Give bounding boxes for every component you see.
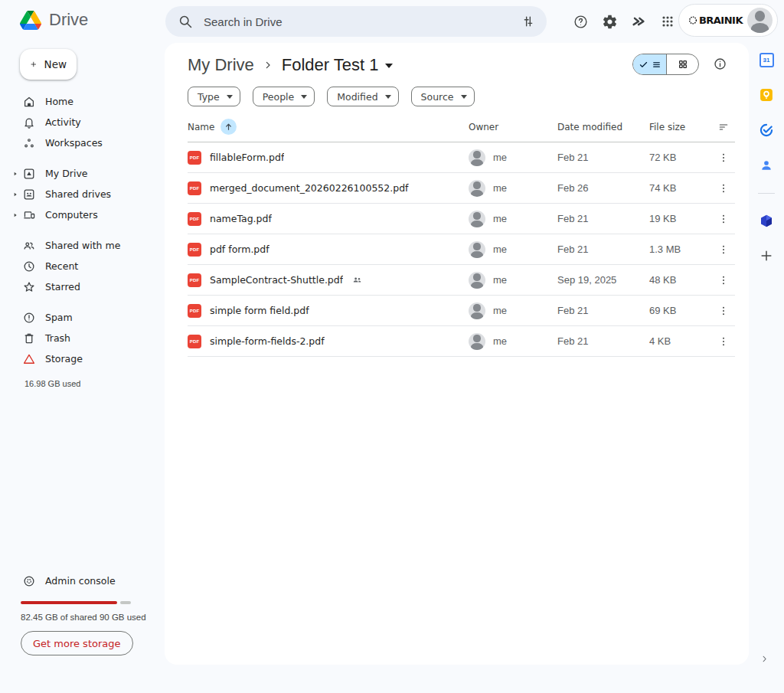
pdf-file-icon: PDF xyxy=(188,181,201,195)
app-title: Drive xyxy=(49,10,88,30)
apps-grid-icon[interactable] xyxy=(658,12,677,31)
storage-warning-icon xyxy=(22,352,36,366)
date-modified: Feb 26 xyxy=(557,182,649,194)
sidebar-item-home[interactable]: Home xyxy=(0,91,165,112)
table-row[interactable]: PDFsimple-form-fields-2.pdf me Feb 21 4 … xyxy=(188,326,735,357)
user-avatar[interactable] xyxy=(747,8,773,33)
column-date-modified[interactable]: Date modified xyxy=(557,122,649,132)
more-options-icon[interactable] xyxy=(712,274,735,286)
date-modified: Feb 21 xyxy=(557,244,649,255)
sidebar-item-shared-with-me[interactable]: Shared with me xyxy=(0,235,165,256)
table-row[interactable]: PDFmerged_document_20260226100552.pdf me… xyxy=(188,173,735,204)
expand-arrow-icon[interactable] xyxy=(12,191,18,198)
table-row[interactable]: PDFpdf form.pdf me Feb 21 1.3 MB xyxy=(188,234,735,265)
more-options-icon[interactable] xyxy=(712,182,735,194)
table-row[interactable]: PDFnameTag.pdf me Feb 21 19 KB xyxy=(188,204,735,234)
expand-arrow-icon[interactable] xyxy=(12,171,18,177)
help-icon[interactable] xyxy=(571,12,590,31)
sidebar-item-starred[interactable]: Starred xyxy=(0,276,165,297)
expand-arrow-icon[interactable] xyxy=(12,212,18,218)
table-row[interactable]: PDFSampleContract-Shuttle.pdf me Sep 19,… xyxy=(188,265,735,296)
owner-avatar xyxy=(469,302,485,319)
grid-view-button[interactable] xyxy=(667,54,698,74)
column-owner[interactable]: Owner xyxy=(469,122,557,132)
sidebar-item-recent[interactable]: Recent xyxy=(0,256,165,276)
sidebar-item-trash[interactable]: Trash xyxy=(0,328,165,348)
chip-label: Source xyxy=(421,91,454,103)
sidebar-item-workspaces[interactable]: Workspaces xyxy=(0,132,165,153)
sidebar-label: Trash xyxy=(45,332,70,344)
home-icon xyxy=(22,95,36,109)
calendar-day-label: 31 xyxy=(763,57,770,64)
collapse-panel-chevron-icon[interactable] xyxy=(760,654,769,664)
bell-icon xyxy=(22,116,36,129)
grid-view-icon xyxy=(678,59,688,70)
keep-icon[interactable] xyxy=(759,87,774,103)
sidebar-item-shared-drives[interactable]: Shared drives xyxy=(0,184,165,204)
sidebar-label: Recent xyxy=(45,260,78,272)
sidebar-label: Spam xyxy=(45,312,73,323)
gemini-icon[interactable] xyxy=(629,12,648,31)
shared-drives-icon xyxy=(22,188,36,201)
column-file-size[interactable]: File size xyxy=(649,122,712,132)
account-pill[interactable]: BRAINIK xyxy=(678,4,778,37)
search-input[interactable] xyxy=(204,15,510,28)
list-view-button[interactable] xyxy=(633,54,667,74)
search-filters-icon[interactable] xyxy=(521,14,536,29)
contacts-icon[interactable] xyxy=(759,158,774,173)
sidebar-bottom: Admin console 82.45 GB of shared 90 GB u… xyxy=(0,570,165,591)
rail-divider xyxy=(758,193,775,194)
addon-cube-icon[interactable] xyxy=(759,213,774,228)
chip-label: Type xyxy=(198,91,220,103)
admin-console-label: Admin console xyxy=(45,575,116,587)
pdf-file-icon: PDF xyxy=(188,212,201,226)
table-row[interactable]: PDFsimple form field.pdf me Feb 21 69 KB xyxy=(188,296,735,326)
breadcrumb-current[interactable]: Folder Test 1 xyxy=(282,55,393,75)
sort-ascending-badge[interactable] xyxy=(220,119,237,135)
more-options-icon[interactable] xyxy=(712,152,735,164)
more-options-icon[interactable] xyxy=(712,244,735,256)
filter-chip-source[interactable]: Source xyxy=(411,87,475,106)
tasks-icon[interactable] xyxy=(759,123,774,138)
storage-progress-rest xyxy=(120,601,131,604)
add-panel-icon[interactable] xyxy=(759,248,774,263)
search-icon xyxy=(178,14,193,29)
sidebar-label: Shared drives xyxy=(45,188,111,200)
search-bar[interactable] xyxy=(165,6,547,37)
storage-progress-fill xyxy=(21,601,117,604)
filter-chip-type[interactable]: Type xyxy=(188,87,240,106)
sort-options-icon[interactable] xyxy=(712,121,735,133)
filter-chips: Type People Modified Source xyxy=(188,87,475,106)
date-modified: Feb 21 xyxy=(557,335,649,347)
sidebar-label: Workspaces xyxy=(45,137,103,149)
sidebar-item-activity[interactable]: Activity xyxy=(0,112,165,132)
breadcrumb-current-label: Folder Test 1 xyxy=(282,55,379,75)
more-options-icon[interactable] xyxy=(712,305,735,317)
filter-chip-modified[interactable]: Modified xyxy=(327,87,398,106)
sidebar-label: Activity xyxy=(45,116,81,128)
sidebar-item-storage[interactable]: Storage xyxy=(0,348,165,369)
pdf-file-icon: PDF xyxy=(188,243,201,257)
filter-chip-people[interactable]: People xyxy=(253,87,315,106)
more-options-icon[interactable] xyxy=(712,213,735,225)
column-name[interactable]: Name xyxy=(188,122,214,132)
new-button[interactable]: New xyxy=(20,49,77,80)
info-icon[interactable] xyxy=(713,57,727,71)
sidebar-item-spam[interactable]: Spam xyxy=(0,307,165,328)
sidebar-item-my-drive[interactable]: My Drive xyxy=(0,163,165,184)
calendar-icon[interactable]: 31 xyxy=(759,52,774,67)
file-size: 69 KB xyxy=(649,305,712,316)
sidebar-label: Storage xyxy=(45,353,83,364)
breadcrumb-my-drive[interactable]: My Drive xyxy=(188,55,254,75)
settings-icon[interactable] xyxy=(600,12,619,31)
storage-used-label: 16.98 GB used xyxy=(24,379,165,388)
owner-avatar xyxy=(469,211,485,227)
sidebar-item-computers[interactable]: Computers xyxy=(0,204,165,225)
chip-label: People xyxy=(263,91,295,103)
admin-console-item[interactable]: Admin console xyxy=(0,570,165,591)
sidebar-label: My Drive xyxy=(45,168,87,179)
table-row[interactable]: PDFfillableForm.pdf me Feb 21 72 KB xyxy=(188,142,735,173)
admin-console-icon xyxy=(22,574,36,588)
get-more-storage-button[interactable]: Get more storage xyxy=(21,631,133,655)
more-options-icon[interactable] xyxy=(712,335,735,348)
